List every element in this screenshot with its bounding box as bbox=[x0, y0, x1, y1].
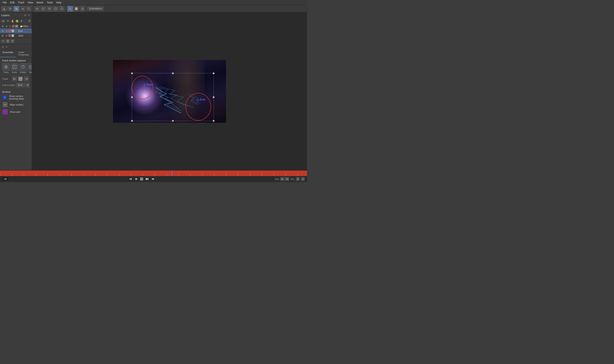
key-next-btn[interactable] bbox=[285, 177, 289, 181]
layer-gear-start[interactable]: ⚙ bbox=[5, 34, 8, 37]
rect-tool-button[interactable] bbox=[53, 6, 58, 12]
svg-rect-5 bbox=[77, 7, 78, 8]
color-circle-icon[interactable] bbox=[15, 19, 19, 23]
rotate-tool-button[interactable] bbox=[40, 6, 46, 12]
align-surface-icon bbox=[2, 102, 8, 108]
track-stop-btn[interactable] bbox=[18, 77, 23, 81]
show-grid-label[interactable]: Show grid bbox=[10, 111, 20, 113]
layers-panel-controls: ⊟ ✕ bbox=[24, 14, 30, 17]
layer-color-trackers bbox=[12, 25, 14, 27]
properties-minimize-btn[interactable]: ⊟ bbox=[1, 46, 4, 49]
scale-icon bbox=[11, 63, 18, 71]
menu-track[interactable]: Track bbox=[16, 1, 26, 4]
svg-rect-58 bbox=[287, 178, 288, 180]
timeline-stop-btn[interactable] bbox=[140, 178, 143, 181]
layers-minimize-btn[interactable]: ⊟ bbox=[24, 14, 27, 17]
layer-gear-end[interactable]: ⚙ bbox=[5, 29, 8, 33]
layer-row-effect-trackers[interactable]: ⚙ - 📁 Effect Trackers bbox=[0, 24, 32, 28]
layer-row-end[interactable]: ⚙ End bbox=[0, 28, 32, 33]
playhead[interactable] bbox=[172, 170, 172, 176]
skew-motion-btn[interactable]: Skew bbox=[28, 63, 32, 74]
timeline-play-btn[interactable] bbox=[144, 176, 149, 182]
svg-marker-48 bbox=[131, 178, 132, 180]
lock-all-icon[interactable]: 🔒 bbox=[11, 19, 14, 23]
layer-eye-end[interactable] bbox=[1, 29, 4, 33]
hand-tool-button[interactable] bbox=[20, 6, 25, 12]
link-track-select[interactable]: End Start None bbox=[16, 83, 30, 87]
track-controls-row: Track bbox=[2, 76, 30, 81]
tab-essentials[interactable]: Essentials bbox=[0, 50, 16, 57]
layer-name-end: End bbox=[18, 30, 31, 32]
add-layer-btn[interactable] bbox=[1, 39, 5, 43]
menu-file[interactable]: File bbox=[1, 1, 8, 4]
properties-close-btn[interactable]: ✕ bbox=[5, 46, 8, 49]
layers-menu-icon[interactable]: ☰ bbox=[28, 20, 30, 22]
menu-view[interactable]: View bbox=[26, 1, 35, 4]
menu-edit[interactable]: Edit bbox=[8, 1, 16, 4]
align-surface-label[interactable]: Align surface bbox=[10, 103, 24, 106]
settings-all-icon[interactable]: ⚙ bbox=[6, 19, 10, 23]
timeline-track-area[interactable] bbox=[0, 170, 307, 176]
svg-text:S: S bbox=[4, 96, 6, 99]
layers-close-btn[interactable]: ✕ bbox=[27, 14, 30, 17]
svg-point-2 bbox=[61, 8, 63, 10]
menu-movie[interactable]: Movie bbox=[35, 1, 45, 4]
duplicate-layer-btn[interactable] bbox=[6, 39, 10, 43]
layers-header: Layers ⊟ ✕ bbox=[0, 12, 32, 18]
pointer-tool-button[interactable] bbox=[14, 6, 19, 12]
divider-2 bbox=[2, 89, 30, 89]
select-tool-button[interactable] bbox=[7, 6, 13, 12]
svg-marker-53 bbox=[152, 178, 153, 180]
properties-tabs: Essentials Layer Properties bbox=[0, 50, 32, 58]
svg-point-13 bbox=[3, 21, 4, 22]
attach-tool-button[interactable] bbox=[80, 6, 85, 12]
timeline-right: Key ALL bbox=[275, 177, 305, 181]
show-surface-label[interactable]: Show surface (tracking data) bbox=[9, 95, 30, 100]
menu-help[interactable]: Help bbox=[54, 1, 63, 4]
key-prev-btn[interactable] bbox=[280, 177, 284, 181]
timeline-forward-btn[interactable] bbox=[151, 177, 156, 181]
layer-thumb-trackers bbox=[15, 25, 18, 27]
transform-tool-button[interactable] bbox=[34, 6, 40, 12]
scale-motion-btn[interactable]: Scale bbox=[11, 63, 18, 74]
link-track-label: Link to track bbox=[2, 84, 15, 86]
grid-tool-button[interactable] bbox=[74, 6, 79, 12]
timeline-back-btn[interactable] bbox=[134, 177, 139, 181]
color-ramp-icon[interactable] bbox=[20, 19, 24, 23]
layer-eye-trackers[interactable] bbox=[1, 25, 4, 28]
rotate-icon bbox=[19, 63, 27, 71]
show-surface-icon: S bbox=[2, 94, 7, 100]
layer-lock-trackers[interactable] bbox=[9, 25, 12, 28]
essentials-dropdown[interactable]: Essentials ▾ bbox=[87, 7, 104, 11]
zoom-tool-button[interactable] bbox=[26, 6, 32, 12]
rotate-motion-btn[interactable]: Rotate bbox=[19, 63, 27, 74]
layer-color-end bbox=[9, 30, 11, 32]
layer-eye-start[interactable] bbox=[1, 34, 4, 37]
layer-gear-trackers[interactable]: ⚙ bbox=[5, 25, 8, 28]
timeline-rewind-btn[interactable] bbox=[128, 177, 133, 181]
export-button[interactable] bbox=[1, 6, 7, 12]
delete-layer-btn[interactable] bbox=[11, 39, 14, 43]
toolbar: S Essentials ▾ bbox=[0, 5, 307, 12]
svg-marker-29 bbox=[14, 78, 15, 80]
track-back-btn[interactable] bbox=[12, 76, 17, 81]
trans-icon bbox=[2, 63, 10, 71]
tab-layer-properties[interactable]: Layer Properties bbox=[16, 50, 32, 57]
menu-tools[interactable]: Tools bbox=[45, 1, 54, 4]
rotate-label: Rotate bbox=[20, 71, 26, 74]
svg-point-15 bbox=[21, 20, 23, 22]
svg-rect-8 bbox=[77, 8, 78, 9]
perspective-tool-button[interactable] bbox=[47, 6, 52, 12]
svg-rect-4 bbox=[76, 7, 77, 8]
eye-all-icon[interactable] bbox=[1, 19, 5, 23]
a-button[interactable]: A bbox=[296, 177, 300, 181]
track-fwd-btn[interactable] bbox=[24, 76, 29, 81]
svg-rect-37 bbox=[3, 110, 7, 114]
snap-tool-button[interactable]: S bbox=[67, 6, 73, 12]
all-label: ALL bbox=[290, 178, 295, 180]
circle-tool-button[interactable] bbox=[59, 6, 65, 12]
u-button[interactable]: Ü bbox=[301, 177, 305, 181]
svg-rect-46 bbox=[0, 173, 307, 176]
trans-motion-btn[interactable]: Trans bbox=[2, 63, 10, 74]
layer-row-start[interactable]: ⚙ Start bbox=[0, 33, 32, 38]
